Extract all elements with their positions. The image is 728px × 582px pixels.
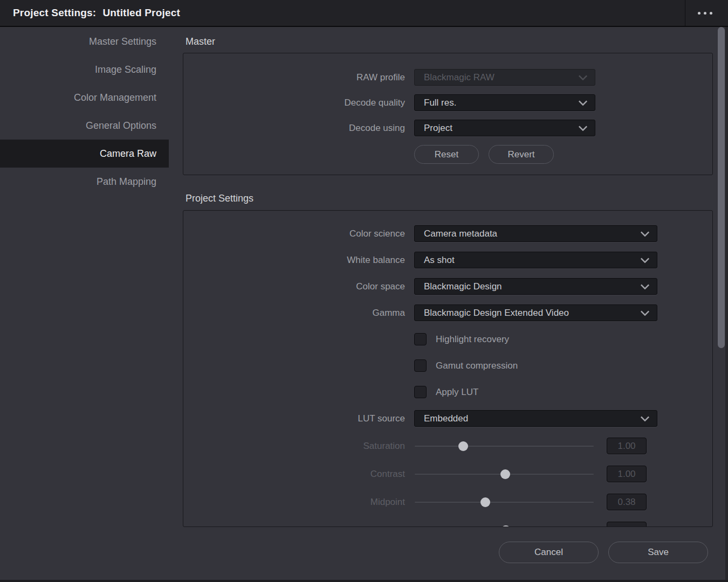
save-button[interactable]: Save <box>608 542 708 563</box>
midpoint-label: Midpoint <box>183 494 405 511</box>
highlight-rolloff-label: Highlight rolloff <box>183 522 405 527</box>
titlebar-divider <box>685 0 685 26</box>
white-balance-label: White balance <box>183 252 405 268</box>
gamma-dropdown[interactable]: Blackmagic Design Extended Video <box>414 304 657 321</box>
chevron-down-icon <box>578 126 588 131</box>
chevron-down-icon <box>640 310 650 316</box>
project-settings-heading: Project Settings <box>186 191 253 206</box>
chevron-down-icon <box>578 75 588 80</box>
cancel-button[interactable]: Cancel <box>499 542 599 563</box>
saturation-slider-track <box>415 446 594 447</box>
chevron-down-icon <box>578 100 588 106</box>
chevron-down-icon <box>640 258 650 263</box>
highlight-rolloff-value-field: 1.00 <box>607 522 647 527</box>
scrollbar-track <box>725 27 728 580</box>
decode-using-label: Decode using <box>183 120 405 136</box>
dialog-title: Project Settings: <box>13 7 96 18</box>
sidebar-item-camera-raw[interactable]: Camera Raw <box>0 140 169 168</box>
project-settings-group-box: Color science Camera metadata White bala… <box>183 210 713 527</box>
project-name: Untitled Project <box>102 7 180 18</box>
highlight-recovery-checkbox[interactable] <box>414 333 427 345</box>
color-space-label: Color space <box>183 278 405 295</box>
revert-button[interactable]: Revert <box>489 145 554 164</box>
saturation-slider-handle <box>458 441 468 451</box>
color-science-label: Color science <box>183 225 405 242</box>
midpoint-value-field: 0.38 <box>607 494 647 510</box>
contrast-value-field: 1.00 <box>607 466 647 482</box>
highlight-recovery-label: Highlight recovery <box>436 333 509 346</box>
decode-quality-dropdown[interactable]: Full res. <box>414 94 595 111</box>
master-group-box: RAW profile Blackmagic RAW Decode qualit… <box>183 53 713 175</box>
page-title: Project Settings:Untitled Project <box>13 0 180 27</box>
titlebar: Project Settings:Untitled Project <box>0 0 728 27</box>
sidebar-item-image-scaling[interactable]: Image Scaling <box>0 56 169 84</box>
gamut-compression-label: Gamut compression <box>436 359 518 372</box>
saturation-value-field: 1.00 <box>607 438 647 454</box>
lut-source-dropdown[interactable]: Embedded <box>414 410 657 427</box>
sidebar-item-path-mapping[interactable]: Path Mapping <box>0 168 169 196</box>
raw-profile-dropdown: Blackmagic RAW <box>414 69 595 86</box>
master-section-heading: Master <box>186 34 215 49</box>
highlight-rolloff-slider-handle <box>501 525 511 527</box>
sidebar-item-color-management[interactable]: Color Management <box>0 84 169 112</box>
chevron-down-icon <box>640 284 650 289</box>
color-space-dropdown[interactable]: Blackmagic Design <box>414 278 657 295</box>
lut-source-label: LUT source <box>183 410 405 427</box>
midpoint-slider-handle <box>480 497 490 507</box>
reset-button[interactable]: Reset <box>414 145 479 164</box>
raw-profile-label: RAW profile <box>183 69 405 86</box>
chevron-down-icon <box>640 416 650 421</box>
window-bottom-edge <box>0 580 728 582</box>
settings-sidebar: Master Settings Image Scaling Color Mana… <box>0 27 169 196</box>
gamma-label: Gamma <box>183 304 405 321</box>
sidebar-item-master-settings[interactable]: Master Settings <box>0 27 169 56</box>
chevron-down-icon <box>640 231 650 237</box>
apply-lut-label: Apply LUT <box>436 386 478 399</box>
ellipsis-menu-button[interactable] <box>689 0 720 26</box>
contrast-label: Contrast <box>183 466 405 483</box>
project-settings-dialog: Project Settings:Untitled Project Master… <box>0 0 728 582</box>
color-science-dropdown[interactable]: Camera metadata <box>414 225 657 242</box>
apply-lut-checkbox[interactable] <box>414 386 427 398</box>
decode-using-dropdown[interactable]: Project <box>414 120 595 136</box>
ellipsis-icon <box>698 12 712 15</box>
decode-quality-label: Decode quality <box>183 94 405 111</box>
contrast-slider-handle <box>500 469 510 479</box>
sidebar-item-general-options[interactable]: General Options <box>0 112 169 140</box>
gamut-compression-checkbox[interactable] <box>414 359 427 372</box>
white-balance-dropdown[interactable]: As shot <box>414 252 657 268</box>
midpoint-slider-track <box>415 502 594 503</box>
scrollbar-thumb[interactable] <box>718 27 725 348</box>
saturation-label: Saturation <box>183 438 405 455</box>
